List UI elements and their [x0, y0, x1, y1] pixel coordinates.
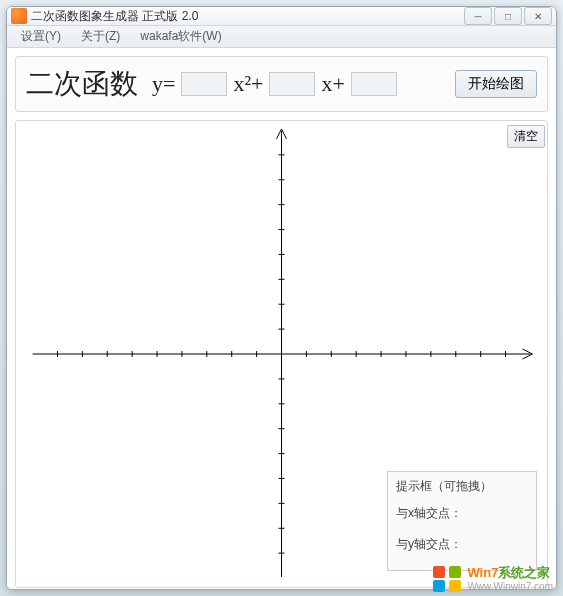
hint-y-intersect: 与y轴交点：	[396, 536, 528, 553]
close-button[interactable]: ✕	[524, 7, 552, 25]
coef-b-input[interactable]	[269, 72, 315, 96]
hint-y-label: 与y轴交点：	[396, 537, 462, 551]
hint-title: 提示框（可拖拽）	[396, 478, 528, 495]
minimize-button[interactable]: ─	[464, 7, 492, 25]
start-plot-button[interactable]: 开始绘图	[455, 70, 537, 98]
eq-x2: x²+	[233, 71, 263, 97]
menu-settings[interactable]: 设置(Y)	[11, 26, 71, 47]
eq-y: y=	[152, 71, 175, 97]
formula-panel: 二次函数 y= x²+ x+ 开始绘图	[15, 56, 548, 112]
window-controls: ─ □ ✕	[462, 7, 552, 25]
menu-wakafa[interactable]: wakafa软件(W)	[130, 26, 231, 47]
hint-box[interactable]: 提示框（可拖拽） 与x轴交点： 与y轴交点：	[387, 471, 537, 571]
hint-x-intersect: 与x轴交点：	[396, 505, 528, 522]
coef-a-input[interactable]	[181, 72, 227, 96]
maximize-button[interactable]: □	[494, 7, 522, 25]
titlebar[interactable]: 二次函数图象生成器 正式版 2.0 ─ □ ✕	[7, 7, 556, 26]
app-icon	[11, 8, 27, 24]
menubar: 设置(Y) 关于(Z) wakafa软件(W)	[7, 26, 556, 48]
app-window: 二次函数图象生成器 正式版 2.0 ─ □ ✕ 设置(Y) 关于(Z) waka…	[6, 6, 557, 590]
coef-c-input[interactable]	[351, 72, 397, 96]
plot-container: 清空	[15, 120, 548, 588]
menu-about[interactable]: 关于(Z)	[71, 26, 130, 47]
content-area: 二次函数 y= x²+ x+ 开始绘图 清空	[7, 48, 556, 590]
hint-x-label: 与x轴交点：	[396, 506, 462, 520]
page-title: 二次函数	[26, 65, 138, 103]
eq-x1: x+	[321, 71, 344, 97]
window-title: 二次函数图象生成器 正式版 2.0	[31, 8, 462, 25]
